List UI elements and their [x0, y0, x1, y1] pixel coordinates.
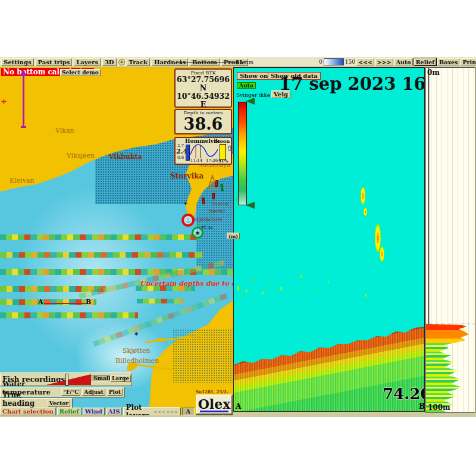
section-marker-a: A [38, 298, 43, 306]
bottom-hardness-profile [426, 324, 475, 412]
meters-unit-button[interactable]: (m) [227, 233, 240, 239]
settings-button[interactable]: Settings [1, 58, 34, 66]
fish-recording-track [137, 299, 183, 303]
place-label-viksjoen: Viksjøen [67, 152, 95, 159]
depth-colorscale-icon [324, 58, 344, 65]
section-line [44, 303, 86, 304]
gps-info-box: Fixed RTK 63°27.75696 N 10°46.54932 E Co… [174, 68, 232, 108]
place-label-storvika: Storvika [170, 172, 203, 180]
gain-upper-arrow[interactable] [246, 98, 255, 105]
chart-selection-button[interactable]: Chart selection [0, 408, 56, 415]
wind-layer-button[interactable]: Wind [83, 408, 105, 415]
fish-recording-track [0, 252, 202, 258]
echogram-marker-b: B [419, 402, 425, 411]
depth-scale-bottom: 100m [428, 403, 450, 412]
ais-layer-button[interactable]: AIS [106, 408, 123, 415]
tide-time-low: 17:36 [206, 158, 218, 163]
main-ui: Settings Past trips Layers 3D Track Hard… [0, 57, 476, 417]
light-marker: ★ [192, 227, 203, 239]
relief-button[interactable]: Relief [414, 58, 436, 65]
plot-layers-label: Plot layers [126, 403, 152, 416]
fish-echo [280, 287, 282, 290]
gain-lower-arrow[interactable] [246, 202, 255, 209]
fish-echo [246, 289, 247, 293]
echo-auto-button[interactable]: Auto [237, 82, 256, 89]
fish-echo [292, 290, 293, 293]
depth-warning-text: Uncertain depths due to change o [140, 280, 233, 287]
fish-small-button[interactable]: Small [92, 375, 112, 382]
plot-layers-prev-button[interactable]: <<< [153, 409, 165, 415]
print-button[interactable]: Print [461, 58, 476, 65]
tide-low-value: 0.6 [177, 155, 184, 160]
adjust-button[interactable]: Adjust [82, 389, 105, 396]
fish-size-slider-handle[interactable] [65, 374, 68, 386]
depth-scale-top: 0m [427, 68, 440, 77]
tide-info-box: Hommelvik Moon 2.7 2.4 0.6 11:14 17:36 ⇧… [174, 137, 232, 165]
tide-level-bar [186, 145, 190, 161]
fish-recording-track [0, 312, 138, 318]
top-toolbar: Settings Past trips Layers 3D Track Hard… [0, 57, 476, 67]
place-label-vikbukta: Vikbukta [109, 153, 142, 161]
olex-app-window: Settings Past trips Layers 3D Track Hard… [0, 0, 476, 476]
fahrenheit-celsius-button[interactable]: °F/°C [61, 389, 80, 396]
olex-logo-text: Olex [198, 397, 231, 411]
fish-echo [328, 281, 329, 283]
relief-layer-button[interactable]: Relief [57, 408, 82, 415]
3d-button[interactable]: 3D [102, 58, 117, 66]
echogram[interactable]: Show on map Show old data Auto Svinger i… [233, 67, 425, 412]
depth-value: 38.6 [176, 116, 231, 133]
moon-phase-bar [220, 144, 226, 160]
fish-large-button[interactable]: Large [110, 375, 131, 382]
toolbar-right-cluster: 0 150 <<< >>> Auto Relief Boxes Print 9:… [319, 58, 476, 66]
echo-color-scale [238, 102, 247, 205]
depth-profile-strip: 0m 100m [425, 67, 475, 413]
auto-button[interactable]: Auto [394, 58, 413, 65]
current-depth-value: 74.20 [383, 385, 425, 403]
fish-recording-track [0, 234, 200, 240]
place-label-stjordal: Stjørdal [208, 209, 225, 214]
echogram-marker-a: A [236, 402, 241, 411]
fish-echo [270, 283, 271, 286]
harbor-icon: ⚓ [185, 218, 191, 223]
heading-arrow [23, 76, 24, 126]
place-label-billedholmen: Billedholmen [115, 357, 159, 365]
place-label-stjordal: Stjørdal [212, 202, 228, 206]
scroll-back-button[interactable]: <<< [356, 58, 374, 65]
fish-echo [317, 288, 318, 290]
depth-range-min: 0 [319, 59, 322, 65]
olex-logo: Olex [196, 394, 233, 415]
place-label-vikan: Vikan [55, 127, 74, 134]
fish-echo [262, 292, 264, 295]
olex-logo-underline [200, 411, 228, 412]
section-a-button[interactable]: A [182, 408, 195, 415]
place-label-stjordal-havn: Stjørdal havn [194, 217, 223, 222]
place-label-skjotten: Skjøtten [123, 347, 151, 355]
past-trips-button[interactable]: Past trips [36, 58, 73, 66]
fish-echo [364, 208, 367, 216]
tide-curve [190, 143, 218, 159]
map-scale-bar [180, 62, 238, 62]
echogram-datetime: 17 sep 2023 16:33 [279, 74, 425, 94]
temp-plot-button[interactable]: Plot [107, 389, 123, 396]
track-mode-icon[interactable] [118, 59, 125, 65]
depth-range-max: 150 [345, 59, 355, 65]
layers-button[interactable]: Layers [74, 58, 101, 66]
survey-cross-symbol: + [183, 201, 188, 206]
fish-echo [361, 187, 365, 205]
select-demo-button[interactable]: Select demo [60, 69, 101, 76]
gps-latitude: 63°27.75696 N [176, 76, 231, 92]
plot-layers-next-button[interactable]: >>> [167, 409, 178, 415]
plot-layers-panel: Plot layers <<< >>> [123, 407, 180, 415]
track-button[interactable]: Track [127, 58, 150, 66]
fish-echo [237, 286, 239, 290]
vessel-position-marker: ⚓ [181, 214, 195, 227]
green-channel-marker [221, 184, 224, 191]
fish-recording-track [0, 299, 96, 305]
fish-echo [253, 280, 255, 283]
vector-button[interactable]: Vector [48, 400, 70, 407]
map-scale-label: 1 nm [240, 60, 253, 65]
scroll-forward-button[interactable]: >>> [375, 58, 393, 65]
chart-map[interactable]: * A B Uncertain depths due to change o V… [0, 67, 233, 415]
boxes-button[interactable]: Boxes [437, 58, 459, 65]
tide-time-high: 11:14 [190, 158, 202, 163]
